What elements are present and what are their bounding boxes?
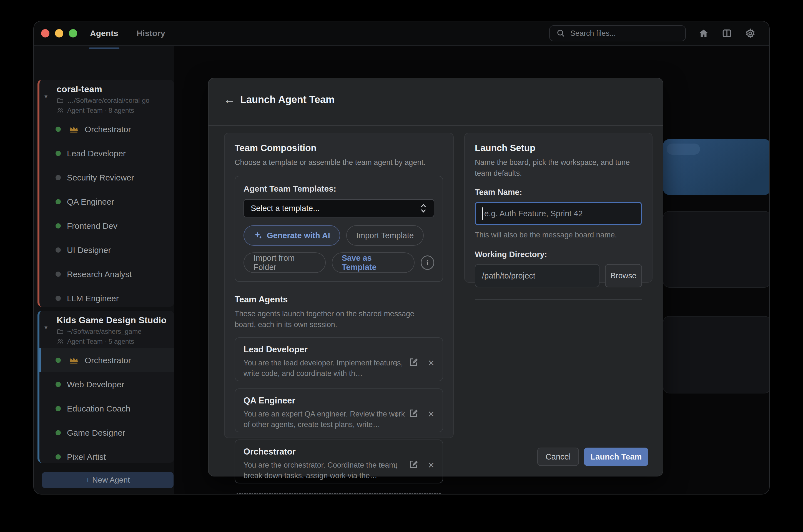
zoom-window-button[interactable] <box>69 29 77 37</box>
team-card-kids-game-design-studio[interactable]: ▾ Kids Game Design Studio ~/Software/ash… <box>37 311 174 463</box>
launch-team-button[interactable]: Launch Team <box>584 448 648 466</box>
team-name-input[interactable]: e.g. Auth Feature, Sprint 42 <box>475 202 642 225</box>
new-agent-button[interactable]: + New Agent <box>42 472 174 488</box>
modal-header-divider <box>209 125 663 126</box>
move-up-icon[interactable]: ↑ <box>380 410 384 418</box>
minimize-window-button[interactable] <box>55 29 63 37</box>
sidebar-agent-research-analyst[interactable]: Research Analyst <box>39 262 174 286</box>
sidebar-agent-pixel-artist[interactable]: Pixel Artist <box>39 445 174 463</box>
save-as-template-button[interactable]: Save as Template <box>332 252 415 273</box>
folder-icon <box>57 328 64 335</box>
working-directory-input[interactable]: /path/to/project <box>475 264 599 287</box>
modal-footer: Cancel Launch Team <box>537 448 648 466</box>
sidebar: ▾ coral-team …/Software/coralai/coral-go… <box>37 50 178 494</box>
gear-icon[interactable] <box>745 28 756 39</box>
import-from-folder-button[interactable]: Import from Folder <box>244 252 326 273</box>
move-up-icon[interactable]: ↑ <box>380 359 384 367</box>
team-name-label: Team Name: <box>475 188 642 197</box>
modal-header: ← Launch Agent Team <box>209 78 663 125</box>
app-window: Agents History Search files... <box>33 21 770 495</box>
team-agents-title: Team Agents <box>235 294 443 305</box>
back-arrow-icon[interactable]: ← <box>224 94 235 106</box>
background-card-pill <box>667 144 700 155</box>
team-header: ▾ coral-team …/Software/coralai/coral-go… <box>39 80 174 117</box>
agent-card-title: QA Engineer <box>244 396 434 406</box>
crown-icon <box>69 126 79 133</box>
remove-icon[interactable]: × <box>428 460 434 470</box>
sidebar-agent-lead-developer[interactable]: Lead Developer <box>39 141 174 166</box>
team-name-help: This will also be the message board name… <box>475 231 642 239</box>
remove-icon[interactable]: × <box>428 358 434 368</box>
status-dot-green <box>56 382 61 387</box>
disclosure-triangle-icon[interactable]: ▾ <box>44 93 47 100</box>
move-down-icon[interactable]: ↓ <box>394 359 399 367</box>
main-tabs: Agents History <box>89 21 166 45</box>
sidebar-agent-game-designer[interactable]: Game Designer <box>39 421 174 445</box>
agent-card-title: Orchestrator <box>244 447 434 457</box>
team-path: …/Software/coralai/coral-go <box>67 97 149 104</box>
team-card-coral-team[interactable]: ▾ coral-team …/Software/coralai/coral-go… <box>37 80 174 307</box>
tab-agents[interactable]: Agents <box>89 24 119 43</box>
status-dot-green <box>56 454 61 459</box>
tab-history[interactable]: History <box>135 24 166 43</box>
text-caret <box>482 207 483 220</box>
status-dot-gray <box>56 247 61 253</box>
remove-icon[interactable]: × <box>428 409 434 419</box>
move-down-icon[interactable]: ↓ <box>394 410 399 418</box>
sidebar-agent-security-reviewer[interactable]: Security Reviewer <box>39 166 174 190</box>
close-window-button[interactable] <box>41 29 50 37</box>
browse-button[interactable]: Browse <box>605 264 642 287</box>
import-template-button[interactable]: Import Template <box>346 225 424 246</box>
info-icon[interactable]: i <box>421 255 434 270</box>
folder-icon <box>57 97 64 104</box>
team-path: ~/Software/ashers_game <box>67 328 141 336</box>
team-agents-description: These agents launch together on the shar… <box>235 308 432 330</box>
sidebar-agent-ui-designer[interactable]: UI Designer <box>39 238 174 262</box>
sidebar-agent-orchestrator-selected[interactable]: Orchestrator <box>39 348 174 372</box>
add-agent-button[interactable]: + Add Agent <box>235 493 443 495</box>
status-dot-green <box>56 430 61 435</box>
search-input[interactable]: Search files... <box>549 25 686 41</box>
sidebar-agent-web-developer[interactable]: Web Developer <box>39 372 174 397</box>
panel-title: Launch Setup <box>475 143 642 153</box>
sidebar-agent-qa-engineer[interactable]: QA Engineer <box>39 190 174 214</box>
edit-icon[interactable] <box>409 408 418 419</box>
launch-agent-team-modal: ← Launch Agent Team Team Composition Cho… <box>208 78 663 476</box>
team-name-placeholder: e.g. Auth Feature, Sprint 42 <box>484 209 583 218</box>
traffic-lights <box>41 29 77 37</box>
edit-icon[interactable] <box>409 357 418 368</box>
team-meta: Agent Team · 5 agents <box>67 338 134 345</box>
team-header: ▾ Kids Game Design Studio ~/Software/ash… <box>39 311 174 348</box>
background-card-selected <box>663 139 770 195</box>
sidebar-agent-llm-engineer[interactable]: LLM Engineer <box>39 286 174 307</box>
disclosure-triangle-icon[interactable]: ▾ <box>44 324 47 331</box>
team-path-row: …/Software/coralai/coral-go <box>57 97 169 104</box>
status-dot-green <box>56 406 61 411</box>
status-dot-gray <box>56 296 61 301</box>
template-select[interactable]: Select a template... <box>244 199 434 217</box>
crown-icon <box>69 357 79 364</box>
team-agent-card-qa-engineer: QA Engineer You are an expert QA enginee… <box>235 388 443 432</box>
split-view-icon[interactable] <box>721 28 732 39</box>
edit-icon[interactable] <box>409 459 418 470</box>
sidebar-agent-orchestrator[interactable]: Orchestrator <box>39 117 174 141</box>
agent-card-title: Lead Developer <box>244 345 434 355</box>
move-up-icon[interactable]: ↑ <box>380 461 384 470</box>
people-icon <box>57 338 64 345</box>
home-icon[interactable] <box>698 28 709 39</box>
people-icon <box>57 107 64 114</box>
sidebar-agent-education-coach[interactable]: Education Coach <box>39 397 174 421</box>
team-meta: Agent Team · 8 agents <box>67 107 134 114</box>
search-icon <box>555 28 567 39</box>
generate-with-ai-button[interactable]: Generate with AI <box>244 225 340 246</box>
sidebar-agent-frontend-dev[interactable]: Frontend Dev <box>39 214 174 238</box>
status-dot-green <box>56 199 61 204</box>
setup-divider <box>475 299 642 300</box>
move-down-icon[interactable]: ↓ <box>394 461 399 470</box>
sparkles-icon <box>253 231 263 240</box>
team-meta-row: Agent Team · 8 agents <box>57 107 169 114</box>
status-dot-green <box>56 127 61 132</box>
cancel-button[interactable]: Cancel <box>537 448 579 466</box>
status-dot-gray <box>56 175 61 180</box>
team-name: Kids Game Design Studio <box>57 315 169 325</box>
